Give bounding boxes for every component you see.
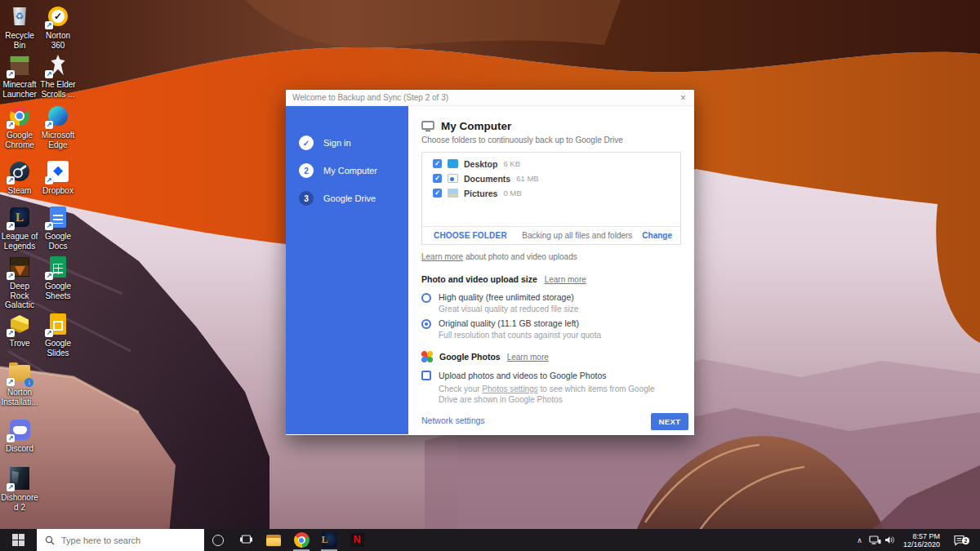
folder-row-desktop[interactable]: ✓ Desktop 6 KB (422, 158, 680, 170)
folder-row-documents[interactable]: ✓ Documents 61 MB (422, 172, 680, 184)
radio-button-selected[interactable] (421, 319, 431, 329)
change-link[interactable]: Change (642, 231, 672, 240)
notification-badge: 2 (962, 537, 969, 544)
step-label: Sign in (323, 138, 351, 148)
close-icon[interactable]: × (679, 92, 688, 104)
wizard-content: My Computer Choose folders to continuous… (408, 106, 694, 434)
folder-list-footer: CHOOSE FOLDER Backing up all files and f… (422, 226, 680, 244)
search-input[interactable] (61, 535, 184, 545)
checkbox-unchecked[interactable] (421, 371, 431, 380)
desktop-icon-trove[interactable]: ↗ Trove (1, 311, 38, 349)
desktop-icon-league-of-legends[interactable]: L↗ League of Legends (1, 204, 38, 251)
taskbar-clock[interactable]: 8:57 PM 12/16/2020 (898, 532, 945, 549)
radio-original-quality[interactable]: Original quality (11.1 GB storage left) … (421, 318, 681, 340)
step-google-drive[interactable]: 3 Google Drive (286, 184, 408, 212)
folder-size: 0 MB (503, 189, 521, 198)
folder-name: Pictures (464, 189, 497, 198)
folder-name: Documents (464, 174, 510, 184)
cortana-button[interactable] (204, 529, 232, 551)
league-of-legends-taskbar-button[interactable]: L (315, 529, 343, 551)
tray-overflow-chevron-icon[interactable]: ∧ (853, 536, 866, 544)
radio-button-unselected[interactable] (421, 293, 431, 303)
step-check-icon: ✓ (299, 136, 314, 150)
step-label: My Computer (323, 166, 377, 176)
file-explorer-button[interactable] (260, 529, 287, 551)
desktop-icon-google-slides[interactable]: ↗ Google Slides (39, 311, 77, 358)
dropbox-icon: ❖↗ (46, 158, 70, 184)
desktop-icon-google-docs[interactable]: ↗ Google Docs (39, 204, 77, 251)
desktop-icon-steam[interactable]: ↗ Steam (1, 158, 38, 196)
clock-date: 12/16/2020 (903, 540, 940, 549)
choose-folder-link[interactable]: CHOOSE FOLDER (434, 231, 507, 240)
chrome-taskbar-button[interactable] (287, 529, 315, 551)
trove-icon: ↗ (7, 311, 32, 337)
radio-label: High quality (free unlimited storage) (439, 292, 578, 302)
desktop-icon-google-sheets[interactable]: ↗ Google Sheets (39, 254, 77, 300)
folder-name: Desktop (464, 159, 497, 169)
checkbox-checked[interactable]: ✓ (433, 189, 442, 198)
window-titlebar: Welcome to Backup and Sync (Step 2 of 3)… (286, 90, 694, 106)
action-center-button[interactable]: 2 (948, 535, 970, 546)
desktop-icon-label: Google Sheets (39, 282, 77, 300)
chrome-icon (294, 532, 310, 548)
desktop-icon-deep-rock-galactic[interactable]: ↗ Deep Rock Galactic (1, 254, 38, 310)
next-button[interactable]: NEXT (651, 413, 688, 430)
desktop-icon-norton-360[interactable]: ✓↗ Norton 360 (39, 3, 77, 50)
documents-folder-icon (448, 174, 458, 183)
folder-list: ✓ Desktop 6 KB ✓ Documents 61 MB ✓ (421, 152, 681, 245)
netflix-taskbar-button[interactable]: N (343, 529, 371, 551)
google-slides-icon: ↗ (46, 311, 70, 337)
desktop-icon-label: Steam (1, 186, 38, 196)
windows-logo-icon (12, 534, 24, 546)
network-icon[interactable] (869, 535, 881, 545)
folder-row-pictures[interactable]: ✓ Pictures 0 MB (422, 187, 680, 199)
taskbar-search[interactable] (37, 529, 204, 551)
wizard-sidebar: ✓ Sign in 2 My Computer 3 Google Drive (286, 106, 408, 434)
step-number: 2 (299, 163, 314, 178)
file-explorer-icon (266, 535, 281, 546)
desktop-icon-recycle-bin[interactable]: ♻ Recycle Bin (1, 3, 38, 50)
page-subtitle: Choose folders to continuously back up t… (421, 136, 681, 144)
google-photos-section: Google Photos Learn more (421, 351, 681, 362)
desktop-icon-norton-installation[interactable]: ↓↗ Norton Installati... (1, 360, 38, 407)
upload-size-section-title: Photo and video upload size Learn more (421, 274, 681, 284)
desktop-icon-microsoft-edge[interactable]: ↗ Microsoft Edge (39, 103, 77, 149)
google-photos-heading: Google Photos (439, 352, 501, 362)
desktop-icon-label: Deep Rock Galactic (1, 282, 38, 310)
task-view-icon (240, 535, 252, 545)
desktop-icon-discord[interactable]: ↗ Discord (1, 416, 38, 454)
search-icon (45, 535, 55, 545)
learn-more-link[interactable]: Learn more (421, 252, 463, 261)
photos-note: Check your Photos settings to see which … (439, 384, 670, 405)
desktop-icon-minecraft-launcher[interactable]: ↗ Minecraft Launcher (1, 52, 38, 99)
radio-high-quality[interactable]: High quality (free unlimited storage) Gr… (421, 292, 681, 313)
desktop-icon-google-chrome[interactable]: ↗ Google Chrome (1, 103, 38, 149)
desktop-icon-elder-scrolls[interactable]: ↗ The Elder Scrolls ... (39, 52, 77, 99)
desktop-icon-label: Microsoft Edge (39, 131, 77, 149)
dishonored-2-icon: ↗ (7, 465, 32, 491)
photos-settings-link[interactable]: Photos settings (482, 384, 537, 393)
task-view-button[interactable] (232, 529, 260, 551)
deep-rock-galactic-icon: ↗ (7, 254, 32, 280)
radio-sublabel: Full resolution that counts against your… (439, 331, 601, 340)
edge-icon: ↗ (46, 103, 70, 129)
photos-learn-more-link[interactable]: Learn more (507, 353, 549, 362)
note-prefix: Check your (439, 384, 482, 393)
minecraft-icon: ↗ (7, 52, 32, 78)
checkbox-checked[interactable]: ✓ (433, 174, 442, 183)
volume-icon[interactable] (884, 535, 895, 544)
step-sign-in[interactable]: ✓ Sign in (286, 129, 408, 157)
radio-label: Original quality (11.1 GB storage left) (439, 318, 601, 328)
upload-to-photos-row[interactable]: Upload photos and videos to Google Photo… (421, 371, 681, 380)
upload-size-learn-more-link[interactable]: Learn more (545, 275, 586, 284)
folder-size: 6 KB (503, 159, 520, 168)
desktop-icon-label: Dishonored 2 (1, 493, 38, 512)
pictures-folder-icon (448, 189, 458, 198)
network-settings-link[interactable]: Network settings (421, 415, 485, 425)
desktop-icon-dishonored-2[interactable]: ↗ Dishonored 2 (1, 465, 38, 512)
upload-size-label: Photo and video upload size (421, 274, 537, 284)
checkbox-checked[interactable]: ✓ (433, 159, 442, 168)
step-my-computer[interactable]: 2 My Computer (286, 157, 408, 184)
start-button[interactable] (0, 529, 37, 551)
desktop-icon-dropbox[interactable]: ❖↗ Dropbox (39, 158, 77, 196)
